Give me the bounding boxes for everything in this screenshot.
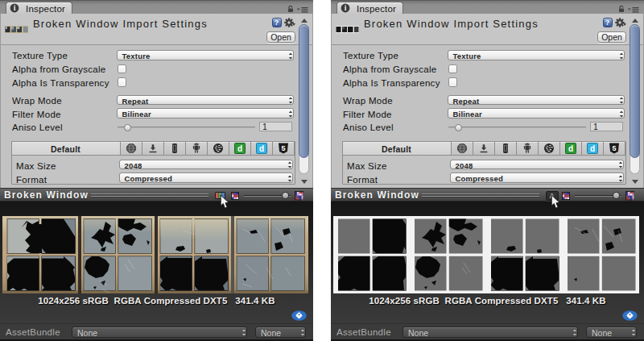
svg-text:d: d <box>258 144 263 153</box>
svg-text:i: i <box>14 4 16 12</box>
svg-text:d: d <box>589 144 594 153</box>
svg-text:i: i <box>345 4 347 12</box>
svg-text:d: d <box>568 144 572 153</box>
svg-text:d: d <box>237 144 242 153</box>
svg-text:5: 5 <box>281 144 285 152</box>
svg-text:5: 5 <box>612 144 616 152</box>
